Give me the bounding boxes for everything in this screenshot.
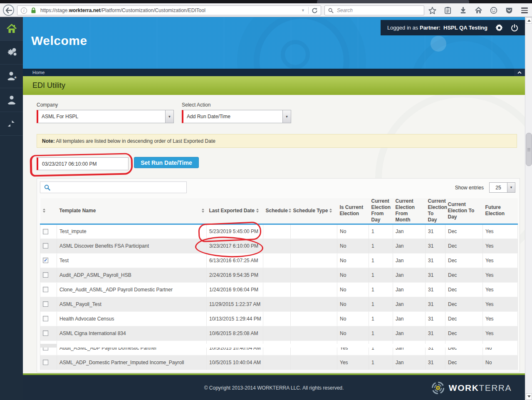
back-button[interactable] (3, 5, 14, 16)
cell-from-day: 1 (369, 224, 393, 239)
cell-schedule (263, 282, 291, 297)
menu-icon[interactable] (520, 6, 529, 15)
site-info-icon[interactable]: i (21, 7, 27, 14)
cell-to-day-2: Dec (445, 326, 483, 340)
table-row[interactable]: Test_impute 5/23/2019 5:45:00 PM No 1 Ja… (40, 224, 518, 239)
row-checkbox-cell (40, 282, 57, 297)
row-checkbox-cell (40, 340, 57, 355)
browser-active-tab[interactable] (317, 0, 469, 3)
row-checkbox-cell (40, 224, 57, 239)
row-checkbox[interactable] (43, 330, 48, 336)
select-action-select[interactable]: Add Run Date/Time ▼ (182, 110, 291, 123)
templates-panel: Show entries 25 ▼ Tem (37, 178, 520, 373)
cell-schedule-type (291, 311, 337, 326)
pocket-icon[interactable] (505, 6, 513, 15)
show-entries-control: Show entries 25 ▼ (455, 182, 515, 193)
cell-to-day-2: Dec (445, 340, 483, 355)
reload-icon[interactable] (309, 7, 321, 14)
messenger-icon[interactable] (490, 6, 498, 15)
logout-power-icon[interactable] (511, 24, 518, 32)
cell-to-day: 31 (426, 268, 445, 282)
note-banner: Note: All templates are listed below in … (37, 134, 517, 148)
sort-icon[interactable] (289, 207, 291, 214)
cell-from-month: Jan (393, 340, 426, 355)
sort-icon[interactable] (202, 207, 204, 214)
row-checkbox[interactable] (43, 272, 48, 278)
scrollbar-thumb[interactable] (526, 133, 532, 166)
set-run-datetime-button[interactable]: Set Run Date/Time (134, 157, 199, 168)
cell-schedule (263, 326, 291, 340)
header-last-exported-date[interactable]: Last Exported Date (207, 198, 263, 224)
cell-last-exported-date: 10/5/2015 10:40:04 AM (207, 355, 263, 370)
browser-search-bar[interactable]: Search (324, 5, 424, 15)
welcome-title: Welcome (31, 34, 87, 48)
table-row[interactable]: Clone_Audit_ASML_ADP Payroll Domestic Pa… (40, 282, 518, 297)
row-checkbox-cell (40, 311, 57, 326)
sidebar-item-transfers[interactable] (0, 112, 23, 136)
scrollbar-down-button[interactable] (526, 393, 532, 400)
cell-is-current-election: No (337, 282, 369, 297)
url-dropdown-icon[interactable]: ▼ (298, 8, 308, 12)
row-checkbox[interactable] (43, 229, 48, 234)
row-checkbox[interactable] (43, 287, 48, 292)
cell-is-current-election: No (337, 268, 369, 282)
cell-from-day: 1 (369, 355, 393, 370)
cell-last-exported-date: 6/13/2016 6:07:25 AM (207, 253, 263, 268)
url-bar[interactable]: i https://stage.workterra.net/Platform/C… (17, 5, 321, 15)
logged-in-text: Logged in as Partner: HSPL QA Testing (387, 25, 487, 31)
downloads-icon[interactable] (459, 6, 467, 15)
cell-from-month: Jan (393, 253, 426, 268)
collapse-button[interactable] (514, 69, 525, 76)
sort-icon[interactable] (329, 207, 332, 214)
table-row[interactable]: ASML Cigna International 834 10/6/2015 8… (40, 326, 518, 340)
bookmark-star-icon[interactable] (428, 6, 436, 15)
url-text: https://stage.workterra.net/Platform/Cus… (40, 7, 205, 13)
sidebar-item-modules[interactable] (0, 41, 23, 65)
sort-icon[interactable] (43, 207, 45, 214)
bookmarks-list-icon[interactable] (443, 6, 452, 15)
table-row[interactable]: Audit_ASML_ADP Payroll Domestic Partner … (40, 340, 518, 355)
cell-future-election: Yes (483, 224, 518, 239)
cell-to-day: 31 (426, 355, 445, 370)
welcome-banner: Welcome Logged in as Partner: HSPL QA Te… (23, 17, 525, 69)
run-datetime-input[interactable]: 03/23/2017 06:10:00 PM (37, 157, 129, 170)
lock-icon (31, 7, 36, 14)
table-search-input[interactable] (40, 181, 187, 193)
header-select-all[interactable] (40, 198, 57, 224)
action-dropdown-icon[interactable]: ▼ (282, 110, 291, 123)
table-row[interactable]: ✓ Test 6/13/2016 6:07:25 AM No 1 Jan 31 … (40, 253, 518, 268)
scrollbar-up-button[interactable] (526, 17, 532, 24)
browser-scrollbar[interactable] (525, 17, 532, 400)
company-dropdown-icon[interactable]: ▼ (165, 110, 173, 123)
row-checkbox[interactable] (43, 316, 48, 321)
header-schedule-type[interactable]: Schedule Type (291, 198, 337, 224)
settings-gear-icon[interactable] (495, 24, 503, 32)
table-row[interactable]: Audit_ADP_ASML_Payroll_HSB 2/24/2016 9:5… (40, 268, 518, 282)
company-select[interactable]: ASML For HSPL ▼ (37, 110, 174, 123)
sidebar-item-partner-admin[interactable]: ★ (0, 65, 23, 88)
cell-schedule (263, 355, 291, 370)
show-entries-select[interactable]: 25 ▼ (489, 182, 515, 193)
cell-from-day: 1 (369, 340, 393, 355)
row-checkbox[interactable] (43, 301, 48, 307)
row-checkbox[interactable] (43, 243, 48, 248)
sidebar-item-employee[interactable] (0, 88, 23, 112)
table-row[interactable]: ASML Discover Benefits FSA Participant 3… (40, 239, 518, 253)
row-checkbox[interactable] (43, 360, 48, 365)
header-template-name[interactable]: Template Name (57, 198, 207, 224)
row-checkbox[interactable]: ✓ (43, 258, 48, 263)
table-row[interactable]: ASML_ADP_Domestic Partner_Imputed Income… (40, 355, 518, 370)
cell-schedule-type (291, 253, 337, 268)
header-current-election-to-day-2: Current Election To Day (445, 198, 483, 224)
cell-to-day: 31 (426, 311, 445, 326)
sidebar-item-home[interactable] (0, 17, 23, 41)
sort-icon[interactable] (256, 207, 259, 214)
breadcrumb[interactable]: Home (32, 70, 45, 75)
header-schedule[interactable]: Schedule (263, 198, 291, 224)
table-row[interactable]: ASML_Payoll_Test 11/29/2015 1:22:37 AM N… (40, 297, 518, 311)
home-icon[interactable] (474, 6, 483, 15)
cell-schedule-type (291, 340, 337, 355)
table-row[interactable]: Health Advocate Census 10/13/2015 1:29:4… (40, 311, 518, 326)
cell-from-day: 1 (369, 282, 393, 297)
cell-is-current-election: Yes (337, 355, 369, 370)
